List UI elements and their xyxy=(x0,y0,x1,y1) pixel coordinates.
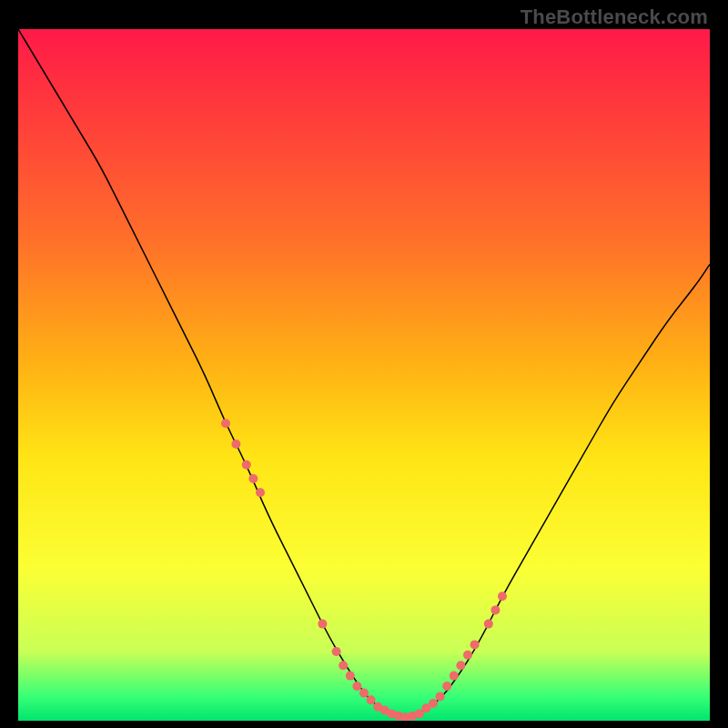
highlight-dot xyxy=(359,689,369,698)
gradient-background xyxy=(18,29,710,721)
highlight-dot xyxy=(456,661,465,670)
highlight-dot xyxy=(498,592,507,601)
highlight-dot xyxy=(318,620,327,629)
highlight-dot xyxy=(429,699,438,708)
highlight-dot xyxy=(450,672,459,681)
highlight-dot xyxy=(442,682,451,691)
watermark-text: TheBottleneck.com xyxy=(521,5,708,29)
highlight-dot xyxy=(221,419,230,428)
highlight-dot xyxy=(484,620,493,629)
highlight-dot xyxy=(470,640,480,649)
highlight-dot xyxy=(256,488,265,497)
highlight-dot xyxy=(231,440,240,449)
highlight-dot xyxy=(346,672,355,681)
highlight-dot xyxy=(367,695,376,704)
highlight-dot xyxy=(242,460,251,470)
highlight-dot xyxy=(436,692,445,701)
highlight-dot xyxy=(339,661,348,670)
highlight-dot xyxy=(352,682,361,691)
highlight-dot xyxy=(332,647,341,656)
highlight-dot xyxy=(463,651,472,660)
highlight-dot xyxy=(490,605,500,614)
highlight-dot xyxy=(248,474,258,483)
chart-svg xyxy=(18,29,710,721)
chart-frame xyxy=(18,29,710,721)
